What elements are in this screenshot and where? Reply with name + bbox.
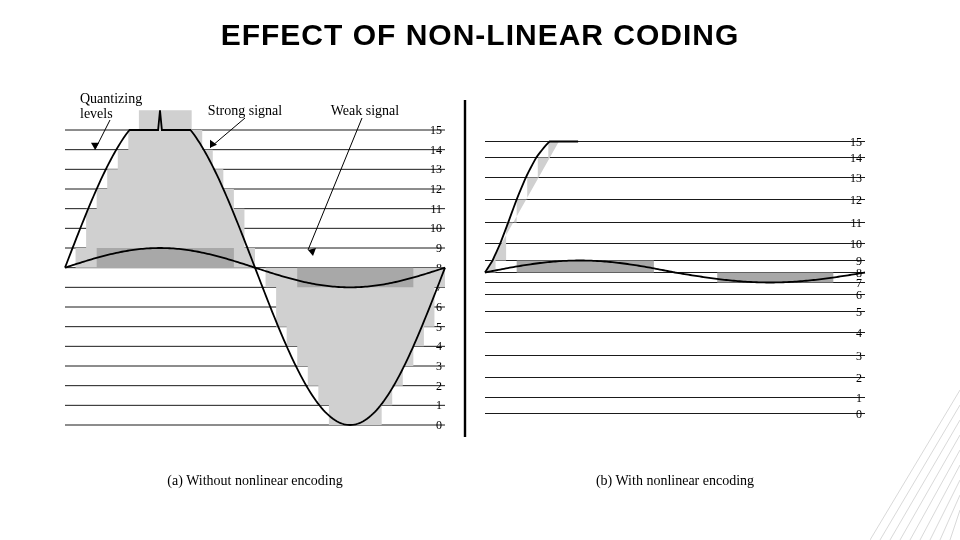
svg-text:Weak signal: Weak signal bbox=[331, 103, 400, 118]
page-title: EFFECT OF NON-LINEAR CODING bbox=[0, 18, 960, 52]
svg-line-84 bbox=[940, 495, 960, 540]
svg-text:9: 9 bbox=[856, 254, 862, 268]
svg-text:10: 10 bbox=[850, 237, 862, 251]
svg-text:4: 4 bbox=[436, 339, 442, 353]
svg-text:13: 13 bbox=[430, 162, 442, 176]
svg-text:12: 12 bbox=[850, 193, 862, 207]
svg-line-82 bbox=[920, 465, 960, 540]
svg-text:0: 0 bbox=[436, 418, 442, 432]
svg-text:9: 9 bbox=[436, 241, 442, 255]
svg-text:15: 15 bbox=[850, 135, 862, 149]
diagram-figure: 0123456789101112131415012345678910111213… bbox=[50, 85, 910, 505]
svg-line-81 bbox=[910, 450, 960, 540]
svg-text:0: 0 bbox=[856, 407, 862, 421]
svg-text:11: 11 bbox=[850, 216, 862, 230]
svg-text:4: 4 bbox=[856, 326, 862, 340]
svg-text:15: 15 bbox=[430, 123, 442, 137]
svg-text:3: 3 bbox=[856, 349, 862, 363]
svg-text:11: 11 bbox=[430, 202, 442, 216]
svg-text:Strong signal: Strong signal bbox=[208, 103, 282, 118]
svg-text:1: 1 bbox=[436, 398, 442, 412]
svg-text:2: 2 bbox=[436, 379, 442, 393]
svg-text:13: 13 bbox=[850, 171, 862, 185]
svg-text:14: 14 bbox=[850, 151, 862, 165]
svg-text:5: 5 bbox=[856, 305, 862, 319]
svg-line-85 bbox=[950, 510, 960, 540]
svg-text:(b) With nonlinear encoding: (b) With nonlinear encoding bbox=[596, 473, 754, 489]
svg-text:3: 3 bbox=[436, 359, 442, 373]
svg-text:Quantizing: Quantizing bbox=[80, 91, 142, 106]
svg-text:(a) Without nonlinear encoding: (a) Without nonlinear encoding bbox=[167, 473, 342, 489]
svg-text:6: 6 bbox=[856, 288, 862, 302]
svg-line-74 bbox=[308, 118, 362, 250]
svg-text:14: 14 bbox=[430, 143, 442, 157]
svg-line-83 bbox=[930, 480, 960, 540]
svg-line-72 bbox=[210, 118, 245, 148]
svg-text:12: 12 bbox=[430, 182, 442, 196]
svg-text:5: 5 bbox=[436, 320, 442, 334]
svg-text:1: 1 bbox=[856, 391, 862, 405]
svg-text:levels: levels bbox=[80, 106, 113, 121]
svg-text:10: 10 bbox=[430, 221, 442, 235]
svg-text:6: 6 bbox=[436, 300, 442, 314]
svg-text:2: 2 bbox=[856, 371, 862, 385]
